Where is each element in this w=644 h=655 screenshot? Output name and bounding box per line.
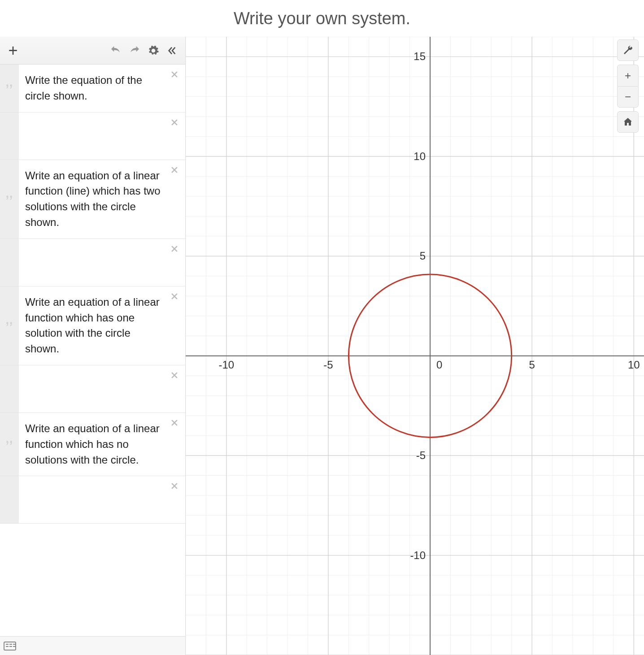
graph-canvas[interactable]: -10-50510-10-551015 [186,37,644,655]
remove-expression-button[interactable] [168,291,181,304]
gear-icon [148,45,159,56]
y-tick-label: 15 [413,50,426,62]
expression-text: Write an equation of a linear function w… [25,295,165,357]
expression-content[interactable] [19,239,185,286]
expression-handle[interactable] [0,239,19,286]
x-tick-label: 10 [628,359,640,371]
expression-content[interactable]: Write an equation of a linear function w… [19,286,185,365]
remove-expression-button[interactable] [168,243,181,256]
close-icon [170,418,179,429]
expression-row-blank[interactable] [0,239,185,286]
remove-expression-button[interactable] [168,165,181,177]
quote-icon [4,438,14,451]
expression-text: Write an equation of a linear function (… [25,168,165,230]
remove-expression-button[interactable] [168,370,181,382]
expression-row-blank[interactable] [0,365,185,413]
expression-text: Write an equation of a linear function w… [25,421,165,468]
expression-text: Write the equation of the circle shown. [25,73,165,104]
quote-icon [4,319,14,333]
close-icon [170,481,179,492]
zoom-out-button[interactable]: − [617,86,639,108]
zoom-in-button[interactable]: + [617,65,639,86]
close-icon [170,244,179,255]
graph-panel[interactable]: -10-50510-10-551015 + − [186,37,644,655]
expression-row-blank[interactable] [0,113,185,160]
y-tick-label: -10 [410,549,426,561]
settings-button[interactable] [144,41,163,60]
quote-icon [4,192,14,206]
remove-expression-button[interactable] [168,117,181,130]
y-tick-label: 10 [413,150,426,162]
home-icon [622,117,633,127]
expression-row-note[interactable]: Write an equation of a linear function (… [0,160,185,239]
x-tick-label: -5 [323,359,333,371]
close-icon [170,371,179,382]
minus-icon: − [625,91,631,103]
keyboard-toggle[interactable] [0,636,185,655]
close-icon [170,292,179,303]
x-tick-label: 5 [529,359,535,371]
expression-handle[interactable] [0,160,19,239]
undo-button[interactable] [106,41,125,60]
close-icon [170,70,179,81]
expression-handle[interactable] [0,476,19,523]
redo-button[interactable] [125,41,144,60]
expression-handle[interactable] [0,65,19,112]
close-icon [170,118,179,129]
x-tick-label: 0 [436,359,442,371]
undo-icon [109,44,122,57]
expression-row-note[interactable]: Write the equation of the circle shown. [0,65,185,113]
expression-toolbar: + [0,37,185,65]
expression-content[interactable]: Write an equation of a linear function w… [19,413,185,476]
remove-expression-button[interactable] [168,69,181,82]
redo-icon [128,44,141,57]
expression-handle[interactable] [0,286,19,365]
close-icon [170,165,179,176]
expression-content[interactable] [19,365,185,412]
y-tick-label: -5 [416,449,426,461]
remove-expression-button[interactable] [168,417,181,430]
collapse-panel-button[interactable] [163,41,182,60]
expression-row-blank[interactable] [0,476,185,524]
add-expression-button[interactable]: + [4,41,22,60]
page-title-text: Write your own system. [234,9,410,28]
plus-icon: + [625,69,631,82]
graph-settings-button[interactable] [617,39,639,61]
expression-row-note[interactable]: Write an equation of a linear function w… [0,286,185,365]
plus-icon: + [8,41,17,60]
keyboard-icon [4,642,16,651]
expression-panel: + Write the equation of the circle sh [0,37,186,655]
x-tick-label: -10 [219,359,235,371]
expression-handle[interactable] [0,413,19,476]
wrench-icon [622,45,633,56]
remove-expression-button[interactable] [168,481,181,493]
expression-content[interactable] [19,476,185,523]
chevron-double-left-icon [167,46,177,56]
expression-content[interactable]: Write the equation of the circle shown. [19,65,185,112]
zoom-home-button[interactable] [617,111,639,133]
expression-list: Write the equation of the circle shown.W… [0,65,185,636]
expression-row-note[interactable]: Write an equation of a linear function w… [0,413,185,476]
expression-content[interactable]: Write an equation of a linear function (… [19,160,185,239]
expression-content[interactable] [19,113,185,160]
page-title: Write your own system. [0,0,644,37]
expression-handle[interactable] [0,113,19,160]
main-area: + Write the equation of the circle sh [0,37,644,655]
graph-controls: + − [617,39,639,133]
y-tick-label: 5 [420,250,426,262]
expression-handle[interactable] [0,365,19,412]
quote-icon [4,81,14,95]
